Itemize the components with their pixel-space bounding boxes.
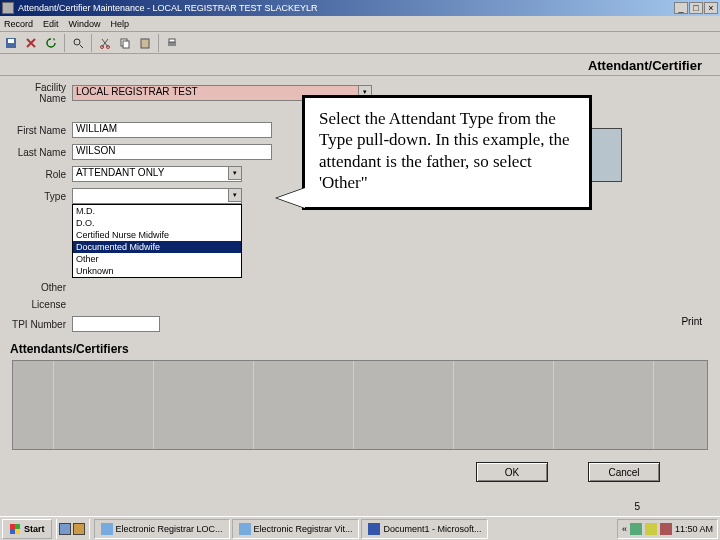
menu-bar: Record Edit Window Help bbox=[0, 16, 720, 32]
start-label: Start bbox=[24, 524, 45, 534]
system-tray: « 11:50 AM bbox=[617, 519, 718, 539]
facility-label: Facility Name bbox=[12, 82, 72, 104]
tpi-label: TPI Number bbox=[12, 319, 72, 330]
toolbar-search-icon[interactable] bbox=[69, 34, 87, 52]
svg-rect-14 bbox=[15, 529, 20, 534]
type-option-cnm[interactable]: Certified Nurse Midwife bbox=[73, 229, 241, 241]
taskbar: Start Electronic Registrar LOC... Electr… bbox=[0, 516, 720, 540]
svg-rect-7 bbox=[141, 39, 149, 48]
tray-icon[interactable] bbox=[660, 523, 672, 535]
toolbar bbox=[0, 32, 720, 54]
clock[interactable]: 11:50 AM bbox=[675, 524, 713, 534]
cancel-button[interactable]: Cancel bbox=[588, 462, 660, 482]
type-option-docmw[interactable]: Documented Midwife bbox=[73, 241, 241, 253]
type-option-unknown[interactable]: Unknown bbox=[73, 265, 241, 277]
app-icon bbox=[2, 2, 14, 14]
task-label: Electronic Registrar LOC... bbox=[116, 524, 223, 534]
menu-record[interactable]: Record bbox=[4, 19, 33, 29]
task-label: Electronic Registrar Vit... bbox=[254, 524, 353, 534]
minimize-button[interactable]: _ bbox=[674, 2, 688, 14]
attendants-grid[interactable] bbox=[12, 360, 708, 450]
task-item[interactable]: Electronic Registrar Vit... bbox=[232, 519, 360, 539]
page-title: Attendant/Certifier bbox=[0, 54, 720, 76]
toolbar-refresh-icon[interactable] bbox=[42, 34, 60, 52]
menu-window[interactable]: Window bbox=[69, 19, 101, 29]
grid-section-title: Attendants/Certifiers bbox=[0, 338, 720, 358]
tpi-field[interactable] bbox=[72, 316, 160, 332]
instruction-callout: Select the Attendant Type from the Type … bbox=[302, 95, 592, 210]
form-button-row: OK Cancel bbox=[0, 450, 720, 482]
task-item[interactable]: Document1 - Microsoft... bbox=[361, 519, 488, 539]
svg-rect-1 bbox=[8, 39, 14, 43]
tray-icon[interactable] bbox=[645, 523, 657, 535]
license-label: License bbox=[12, 299, 72, 310]
quick-launch-icon[interactable] bbox=[59, 523, 71, 535]
clipart-icon bbox=[588, 128, 622, 182]
start-button[interactable]: Start bbox=[2, 519, 52, 539]
toolbar-copy-icon[interactable] bbox=[116, 34, 134, 52]
print-label: Print bbox=[681, 316, 702, 327]
tray-icon[interactable] bbox=[630, 523, 642, 535]
toolbar-print-icon[interactable] bbox=[163, 34, 181, 52]
svg-rect-10 bbox=[169, 39, 175, 42]
last-name-label: Last Name bbox=[12, 147, 72, 158]
svg-rect-8 bbox=[143, 38, 147, 40]
last-name-field[interactable]: WILSON bbox=[72, 144, 272, 160]
ok-button[interactable]: OK bbox=[476, 462, 548, 482]
svg-rect-12 bbox=[15, 524, 20, 529]
quick-launch-icon[interactable] bbox=[73, 523, 85, 535]
toolbar-delete-icon[interactable] bbox=[22, 34, 40, 52]
task-label: Document1 - Microsoft... bbox=[383, 524, 481, 534]
other-label: Other bbox=[12, 282, 72, 293]
type-option-md[interactable]: M.D. bbox=[73, 205, 241, 217]
svg-rect-13 bbox=[10, 529, 15, 534]
app-icon bbox=[101, 523, 113, 535]
close-button[interactable]: × bbox=[704, 2, 718, 14]
window-title: Attendant/Certifier Maintenance - LOCAL … bbox=[18, 3, 317, 13]
callout-text: Select the Attendant Type from the Type … bbox=[319, 109, 569, 192]
role-dropdown-icon[interactable]: ▾ bbox=[228, 166, 242, 180]
maximize-button[interactable]: □ bbox=[689, 2, 703, 14]
word-icon bbox=[368, 523, 380, 535]
first-name-label: First Name bbox=[12, 125, 72, 136]
type-option-other[interactable]: Other bbox=[73, 253, 241, 265]
type-option-do[interactable]: D.O. bbox=[73, 217, 241, 229]
toolbar-cut-icon[interactable] bbox=[96, 34, 114, 52]
title-bar: Attendant/Certifier Maintenance - LOCAL … bbox=[0, 0, 720, 16]
task-item[interactable]: Electronic Registrar LOC... bbox=[94, 519, 230, 539]
svg-rect-9 bbox=[168, 42, 176, 46]
svg-rect-11 bbox=[10, 524, 15, 529]
toolbar-save-icon[interactable] bbox=[2, 34, 20, 52]
slide-number: 5 bbox=[634, 501, 640, 512]
app-icon bbox=[239, 523, 251, 535]
svg-point-2 bbox=[74, 39, 80, 45]
tray-arrow-icon[interactable]: « bbox=[622, 524, 627, 534]
windows-icon bbox=[9, 523, 21, 535]
type-field[interactable] bbox=[72, 188, 242, 204]
type-label: Type bbox=[12, 191, 72, 202]
role-label: Role bbox=[12, 169, 72, 180]
svg-rect-6 bbox=[123, 41, 129, 48]
type-listbox[interactable]: M.D. D.O. Certified Nurse Midwife Docume… bbox=[72, 204, 242, 278]
menu-edit[interactable]: Edit bbox=[43, 19, 59, 29]
toolbar-paste-icon[interactable] bbox=[136, 34, 154, 52]
first-name-field[interactable]: WILLIAM bbox=[72, 122, 272, 138]
menu-help[interactable]: Help bbox=[111, 19, 130, 29]
type-dropdown-icon[interactable]: ▾ bbox=[228, 188, 242, 202]
role-field[interactable]: ATTENDANT ONLY bbox=[72, 166, 242, 182]
